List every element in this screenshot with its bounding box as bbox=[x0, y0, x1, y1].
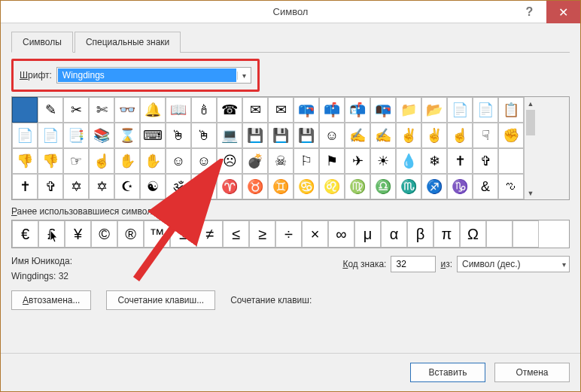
symbol-cell[interactable]: ⌨ bbox=[140, 123, 166, 148]
recent-symbol-cell[interactable]: × bbox=[302, 220, 328, 248]
recent-symbol-cell[interactable]: ∞ bbox=[328, 220, 354, 248]
recent-symbol-cell[interactable]: β bbox=[407, 220, 433, 248]
symbol-cell[interactable]: & bbox=[473, 174, 498, 199]
symbol-cell[interactable]: 📑 bbox=[63, 123, 89, 148]
recent-symbol-cell[interactable]: € bbox=[12, 220, 38, 248]
symbol-cell[interactable]: 👎 bbox=[38, 148, 63, 174]
recent-symbol-cell[interactable]: £ bbox=[38, 220, 65, 248]
symbol-cell[interactable]: 💾 bbox=[268, 123, 294, 148]
symbol-cell[interactable]: ♏ bbox=[396, 174, 421, 199]
symbol-cell[interactable]: ♍ bbox=[345, 174, 370, 199]
symbol-cell[interactable]: ☯ bbox=[140, 174, 166, 199]
symbol-cell[interactable]: 📋 bbox=[498, 97, 524, 123]
recent-symbol-cell[interactable]: ™ bbox=[144, 220, 170, 248]
recent-symbol-cell[interactable]: ± bbox=[170, 220, 196, 248]
symbol-cell[interactable]: ✍ bbox=[345, 123, 370, 148]
symbol-cell[interactable]: ✊ bbox=[498, 123, 524, 148]
symbol-cell[interactable]: ☝ bbox=[89, 148, 114, 174]
symbol-cell[interactable]: 📚 bbox=[89, 123, 114, 148]
from-select[interactable]: Символ (дес.) ▾ bbox=[457, 256, 570, 272]
symbol-cell[interactable]: ✡ bbox=[89, 174, 114, 199]
symbol-cell[interactable]: ☠ bbox=[268, 148, 294, 174]
insert-button[interactable]: Вставить bbox=[410, 363, 485, 382]
code-input[interactable] bbox=[391, 256, 436, 272]
symbol-cell[interactable]: ⚐ bbox=[294, 148, 319, 174]
symbol-cell[interactable]: ☟ bbox=[473, 123, 498, 148]
symbol-cell[interactable]: ✉ bbox=[268, 97, 294, 123]
close-button[interactable]: ✕ bbox=[546, 1, 580, 23]
symbol-cell[interactable]: ☺ bbox=[319, 123, 345, 148]
recent-symbol-cell[interactable]: Ω bbox=[460, 220, 486, 248]
cancel-button[interactable]: Отмена bbox=[494, 363, 570, 382]
symbol-cell[interactable]: ✄ bbox=[89, 97, 114, 123]
symbol-cell[interactable]: ✞ bbox=[38, 174, 63, 199]
symbol-cell[interactable]: 📄 bbox=[12, 123, 38, 148]
recent-symbol-cell[interactable] bbox=[513, 220, 539, 248]
grid-scrollbar[interactable]: ▲ ▼ bbox=[524, 97, 537, 199]
scroll-down-icon[interactable]: ▼ bbox=[525, 187, 537, 199]
tab-special-chars[interactable]: Специальные знаки bbox=[75, 32, 181, 53]
symbol-cell[interactable]: ✌ bbox=[396, 123, 421, 148]
symbol-cell[interactable]: 💾 bbox=[294, 123, 319, 148]
symbol-cell[interactable]: ☎ bbox=[217, 97, 242, 123]
symbol-cell[interactable]: ☝ bbox=[447, 123, 473, 148]
recent-symbol-cell[interactable]: ≠ bbox=[196, 220, 223, 248]
symbol-cell[interactable]: ♑ bbox=[447, 174, 473, 199]
symbol-cell[interactable]: ✈ bbox=[345, 148, 370, 174]
symbol-cell[interactable]: ✡ bbox=[63, 174, 89, 199]
autocorrect-button[interactable]: Автозамена... bbox=[11, 290, 91, 310]
symbol-cell[interactable]: ❄ bbox=[421, 148, 447, 174]
symbol-cell[interactable]: ఌ bbox=[498, 174, 524, 199]
symbol-cell[interactable]: 📁 bbox=[396, 97, 421, 123]
symbol-cell[interactable]: 💧 bbox=[396, 148, 421, 174]
symbol-cell[interactable]: 📬 bbox=[345, 97, 370, 123]
symbol-cell[interactable]: 📄 bbox=[447, 97, 473, 123]
symbol-cell[interactable]: ♋ bbox=[294, 174, 319, 199]
symbol-cell[interactable]: ✞ bbox=[473, 148, 498, 174]
recent-symbol-cell[interactable]: α bbox=[381, 220, 407, 248]
symbol-cell[interactable]: ♉ bbox=[242, 174, 268, 199]
symbol-cell[interactable]: ⚙ bbox=[191, 174, 217, 199]
symbol-cell[interactable]: ☺ bbox=[166, 148, 191, 174]
symbol-cell[interactable]: ✂ bbox=[63, 97, 89, 123]
tab-symbols[interactable]: Символы bbox=[11, 32, 73, 53]
symbol-cell[interactable]: ✋ bbox=[140, 148, 166, 174]
font-select[interactable]: Wingdings ▾ bbox=[56, 67, 251, 84]
symbol-cell[interactable]: 🖰 bbox=[191, 123, 217, 148]
symbol-cell[interactable]: ♐ bbox=[421, 174, 447, 199]
recent-symbol-cell[interactable]: π bbox=[433, 220, 460, 248]
symbol-cell[interactable]: 💣 bbox=[242, 148, 268, 174]
recent-symbol-cell[interactable]: μ bbox=[354, 220, 381, 248]
symbol-cell[interactable]: 💾 bbox=[242, 123, 268, 148]
symbol-cell[interactable]: ♊ bbox=[268, 174, 294, 199]
symbol-cell[interactable]: 📄 bbox=[473, 97, 498, 123]
symbol-cell[interactable]: ☞ bbox=[63, 148, 89, 174]
symbol-cell[interactable]: 🔔 bbox=[140, 97, 166, 123]
symbol-cell[interactable]: ♌ bbox=[319, 174, 345, 199]
scroll-track[interactable] bbox=[525, 135, 537, 187]
symbol-cell[interactable]: ⌛ bbox=[114, 123, 140, 148]
symbol-cell[interactable]: ☺ bbox=[191, 148, 217, 174]
recent-symbol-cell[interactable]: ® bbox=[117, 220, 144, 248]
symbol-cell[interactable]: ✉ bbox=[242, 97, 268, 123]
help-button[interactable]: ? bbox=[513, 1, 546, 23]
symbol-cell[interactable] bbox=[12, 97, 38, 123]
symbol-cell[interactable]: 📄 bbox=[38, 123, 63, 148]
symbol-cell[interactable]: ✍ bbox=[370, 123, 396, 148]
symbol-cell[interactable]: ☀ bbox=[370, 148, 396, 174]
symbol-cell[interactable]: 🖰 bbox=[166, 123, 191, 148]
symbol-cell[interactable]: ✝ bbox=[447, 148, 473, 174]
symbol-cell[interactable]: ⚑ bbox=[319, 148, 345, 174]
symbol-cell[interactable]: ✝ bbox=[12, 174, 38, 199]
symbol-cell[interactable]: 👓 bbox=[114, 97, 140, 123]
shortcut-button[interactable]: Сочетание клавиш... bbox=[106, 290, 215, 310]
symbol-cell[interactable]: ॐ bbox=[166, 174, 191, 199]
symbol-cell[interactable]: ☹ bbox=[217, 148, 242, 174]
symbol-cell[interactable]: 📪 bbox=[294, 97, 319, 123]
symbol-cell[interactable]: 📂 bbox=[421, 97, 447, 123]
recent-symbol-cell[interactable] bbox=[486, 220, 513, 248]
recent-symbol-cell[interactable]: ¥ bbox=[65, 220, 91, 248]
symbol-cell[interactable]: ☪ bbox=[114, 174, 140, 199]
scroll-up-icon[interactable]: ▲ bbox=[525, 97, 537, 110]
symbol-cell[interactable] bbox=[498, 148, 524, 174]
